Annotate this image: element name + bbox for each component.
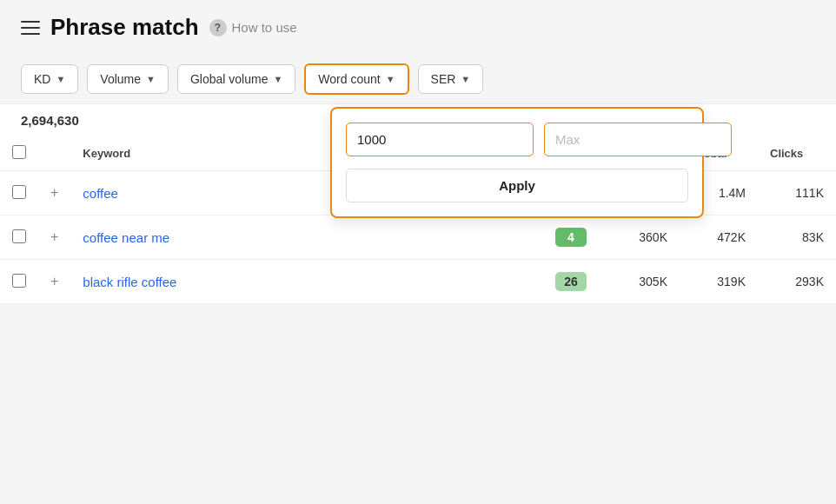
add-keyword-icon[interactable]: +	[50, 274, 58, 288]
row-checkbox[interactable]	[12, 185, 26, 199]
row-checkbox-cell	[0, 171, 38, 216]
col-header-plus	[38, 136, 70, 171]
filter-kd[interactable]: KD ▼	[21, 64, 78, 94]
col-header-checkbox	[0, 136, 38, 171]
add-keyword-icon[interactable]: +	[50, 185, 58, 200]
row-checkbox-cell	[0, 216, 38, 260]
max-input[interactable]	[544, 123, 732, 156]
table-row: + black rifle coffee 26 305K 319K 293K	[0, 260, 836, 304]
select-all-checkbox[interactable]	[12, 145, 26, 159]
row-volume-cell: 305K	[601, 260, 680, 304]
filter-global-volume-label: Global volume	[190, 72, 269, 86]
kd-badge: 26	[555, 272, 587, 291]
row-clicks-cell: 83K	[758, 216, 836, 260]
row-volume-cell: 360K	[601, 216, 680, 260]
chevron-down-icon: ▼	[146, 74, 156, 84]
page-title: Phrase match	[50, 14, 199, 41]
keyword-link[interactable]: coffee near me	[83, 230, 169, 245]
col-clicks-label: Clicks	[770, 147, 803, 160]
filter-volume-label: Volume	[100, 72, 141, 86]
apply-button[interactable]: Apply	[346, 169, 688, 202]
row-kd-cell: 4	[541, 216, 601, 260]
chevron-down-icon: ▼	[56, 74, 65, 84]
row-global-cell: 472K	[680, 216, 758, 260]
filter-kd-label: KD	[34, 72, 50, 86]
min-input[interactable]: 1000	[346, 123, 534, 156]
results-count: 2,694,630	[21, 113, 79, 128]
table-row: + coffee near me 4 360K 472K 83K	[0, 216, 836, 260]
header: Phrase match ? How to use	[0, 0, 836, 55]
row-checkbox-cell	[0, 260, 38, 304]
col-keyword-label: Keyword	[83, 147, 130, 160]
row-checkbox[interactable]	[12, 229, 26, 243]
row-keyword-cell: coffee near me	[70, 216, 541, 260]
filter-word-count[interactable]: Word count ▼	[304, 63, 408, 95]
row-add-cell: +	[38, 171, 70, 216]
row-kd-cell: 26	[541, 260, 601, 304]
add-keyword-icon[interactable]: +	[50, 229, 58, 244]
filter-bar: KD ▼ Volume ▼ Global volume ▼ Word count…	[0, 55, 836, 103]
word-count-dropdown: 1000 Apply	[330, 107, 704, 218]
row-clicks-cell: 293K	[758, 260, 836, 304]
row-add-cell: +	[38, 216, 70, 260]
menu-hamburger[interactable]	[21, 21, 40, 35]
chevron-down-icon: ▼	[461, 74, 470, 84]
how-to-use-label: How to use	[232, 20, 297, 35]
keyword-link[interactable]: coffee	[83, 186, 118, 201]
help-icon: ?	[209, 19, 227, 36]
row-global-cell: 319K	[680, 260, 758, 304]
range-inputs: 1000	[346, 123, 688, 156]
filter-ser-label: SER	[431, 72, 456, 86]
row-clicks-cell: 111K	[758, 171, 836, 216]
kd-badge: 4	[555, 228, 587, 247]
filter-volume[interactable]: Volume ▼	[87, 64, 169, 94]
chevron-down-icon: ▼	[386, 74, 395, 84]
how-to-use-link[interactable]: ? How to use	[209, 19, 297, 36]
col-header-clicks: Clicks	[758, 136, 836, 171]
row-checkbox[interactable]	[12, 274, 26, 288]
keyword-link[interactable]: black rifle coffee	[83, 275, 176, 289]
filter-word-count-label: Word count	[318, 72, 380, 86]
filter-ser[interactable]: SER ▼	[418, 64, 484, 94]
row-keyword-cell: black rifle coffee	[70, 260, 541, 304]
chevron-down-icon: ▼	[273, 74, 282, 84]
row-add-cell: +	[38, 260, 70, 304]
filter-global-volume[interactable]: Global volume ▼	[177, 64, 295, 94]
